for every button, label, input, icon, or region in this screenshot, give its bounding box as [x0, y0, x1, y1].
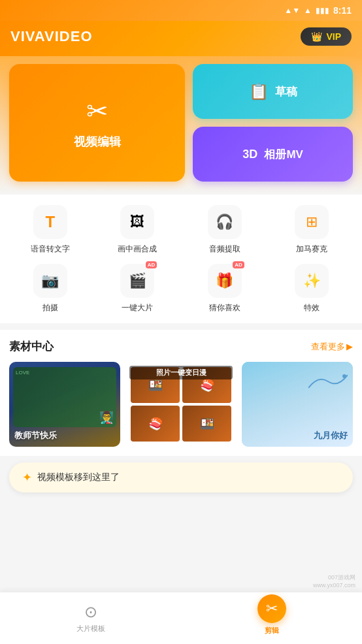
card1-label: 教师节快乐 — [14, 430, 57, 442]
wave-decoration — [308, 368, 348, 394]
effects-label: 特效 — [304, 303, 320, 314]
material-cards-grid: LOVE 👨‍🏫 教师节快乐 🍱 🍣 🍣 🍱 照片一键变日漫 — [9, 362, 353, 447]
wifi-icon: ▲ — [304, 6, 312, 15]
material-card-september[interactable]: 🧍‍♀️ 九月你好 — [242, 362, 353, 447]
app-logo: VIVAVIDEO — [10, 28, 93, 45]
chalkboard: LOVE 👨‍🏫 — [13, 367, 116, 427]
templates-nav-icon: ⊙ — [84, 603, 97, 621]
material-section-header: 素材中心 查看更多 ▶ — [9, 339, 353, 354]
material-card-teacher-day[interactable]: LOVE 👨‍🏫 教师节快乐 — [9, 362, 120, 447]
one-click-icon: 🎬 — [120, 264, 154, 298]
watermark: 007游戏网 www.yx007.com — [313, 573, 355, 588]
feature-recommend[interactable]: 🎁 猜你喜欢 — [181, 264, 269, 314]
feature-camera[interactable]: 📷 拍摄 — [7, 264, 94, 314]
feature-pip[interactable]: 🖼 画中画合成 — [94, 205, 182, 255]
recommend-icon: 🎁 — [208, 264, 242, 298]
video-edit-card[interactable]: ✂ 视频编辑 — [9, 64, 185, 182]
signal-icon: ▲▼ — [284, 6, 300, 15]
sushi-item-4: 🍱 — [182, 406, 231, 442]
mosaic-icon: ⊞ — [295, 205, 329, 239]
template-banner: ✦ 视频模板移到这里了 — [9, 462, 353, 492]
mosaic-label: 加马赛克 — [296, 244, 327, 255]
effects-icon: ✨ — [295, 264, 329, 298]
templates-nav-label: 大片模板 — [76, 624, 105, 634]
album-mv-label: 相册MV — [264, 147, 303, 162]
right-cards: 📋 草稿 3D 相册MV — [193, 64, 353, 182]
feature-speech-to-text[interactable]: T 语音转文字 — [7, 205, 94, 255]
album-mv-icon: 3D — [242, 148, 257, 161]
scissors-icon: ✂ — [86, 96, 108, 126]
pip-icon: 🖼 — [120, 205, 154, 239]
status-icons: ▲▼ ▲ ▮▮▮ 8:11 — [284, 5, 352, 16]
vip-label: VIP — [326, 31, 341, 42]
feature-audio-extract[interactable]: 🎧 音频提取 — [181, 205, 269, 255]
watermark-line2: www.yx007.com — [313, 582, 355, 588]
audio-extract-label: 音频提取 — [209, 244, 240, 255]
sushi-item-3: 🍣 — [131, 406, 180, 442]
draft-label: 草稿 — [275, 84, 297, 99]
card2-label: 照片一键变日漫 — [129, 366, 233, 379]
draft-icon: 📋 — [249, 82, 269, 101]
see-more-arrow: ▶ — [346, 342, 353, 351]
edit-nav-label: 剪辑 — [265, 626, 279, 636]
chalk-text: LOVE — [16, 370, 29, 376]
main-content: ✂ 视频编辑 📋 草稿 3D 相册MV T 语音转文字 🖼 画中画合成 🎧 — [0, 56, 362, 499]
material-card-anime[interactable]: 🍱 🍣 🍣 🍱 照片一键变日漫 — [125, 362, 237, 447]
material-title: 素材中心 — [9, 339, 54, 354]
banner-text: 视频模板移到这里了 — [37, 472, 120, 483]
sparkle-icon: ✦ — [22, 470, 32, 485]
app-header: VIVAVIDEO 👑 VIP — [0, 21, 362, 56]
top-cards-section: ✂ 视频编辑 📋 草稿 3D 相册MV — [0, 56, 362, 195]
speech-to-text-label: 语音转文字 — [31, 244, 70, 255]
feature-mosaic[interactable]: ⊞ 加马赛克 — [269, 205, 356, 255]
bottom-navigation: ⊙ 大片模板 ✂ 剪辑 — [0, 592, 362, 644]
see-more-label: 查看更多 — [311, 341, 345, 353]
feature-one-click[interactable]: 🎬 一键大片 — [94, 264, 182, 314]
card3-content: 🧍‍♀️ 九月你好 — [242, 362, 353, 447]
card3-label: 九月你好 — [314, 430, 348, 442]
vip-button[interactable]: 👑 VIP — [301, 27, 352, 46]
camera-icon: 📷 — [33, 264, 67, 298]
see-more-button[interactable]: 查看更多 ▶ — [311, 341, 353, 353]
material-section: 素材中心 查看更多 ▶ LOVE 👨‍🏫 教师节快乐 — [0, 330, 362, 456]
svg-point-0 — [342, 374, 346, 378]
album-mv-card[interactable]: 3D 相册MV — [193, 127, 353, 182]
pip-label: 画中画合成 — [118, 244, 157, 255]
draft-card[interactable]: 📋 草稿 — [193, 64, 353, 119]
speech-to-text-icon: T — [33, 205, 67, 239]
crown-icon: 👑 — [311, 31, 322, 42]
card2-content: 🍱 🍣 🍣 🍱 照片一键变日漫 — [125, 362, 237, 447]
status-time: 8:11 — [333, 5, 352, 16]
card1-content: LOVE 👨‍🏫 教师节快乐 — [9, 362, 120, 447]
watermark-line1: 007游戏网 — [313, 573, 355, 582]
recommend-label: 猜你喜欢 — [209, 303, 240, 314]
nav-item-templates[interactable]: ⊙ 大片模板 — [0, 603, 181, 634]
status-bar: ▲▼ ▲ ▮▮▮ 8:11 — [0, 0, 362, 21]
one-click-label: 一键大片 — [122, 303, 153, 314]
feature-grid: T 语音转文字 🖼 画中画合成 🎧 音频提取 ⊞ 加马赛克 📷 拍摄 🎬 一键大… — [0, 195, 362, 323]
edit-nav-icon: ✂ — [257, 594, 286, 623]
video-edit-label: 视频编辑 — [74, 134, 121, 150]
audio-extract-icon: 🎧 — [208, 205, 242, 239]
feature-effects[interactable]: ✨ 特效 — [269, 264, 356, 314]
camera-label: 拍摄 — [42, 303, 58, 314]
battery-icon: ▮▮▮ — [316, 6, 329, 15]
students-emoji: 👨‍🏫 — [99, 410, 114, 425]
nav-item-edit[interactable]: ✂ 剪辑 — [181, 601, 362, 636]
